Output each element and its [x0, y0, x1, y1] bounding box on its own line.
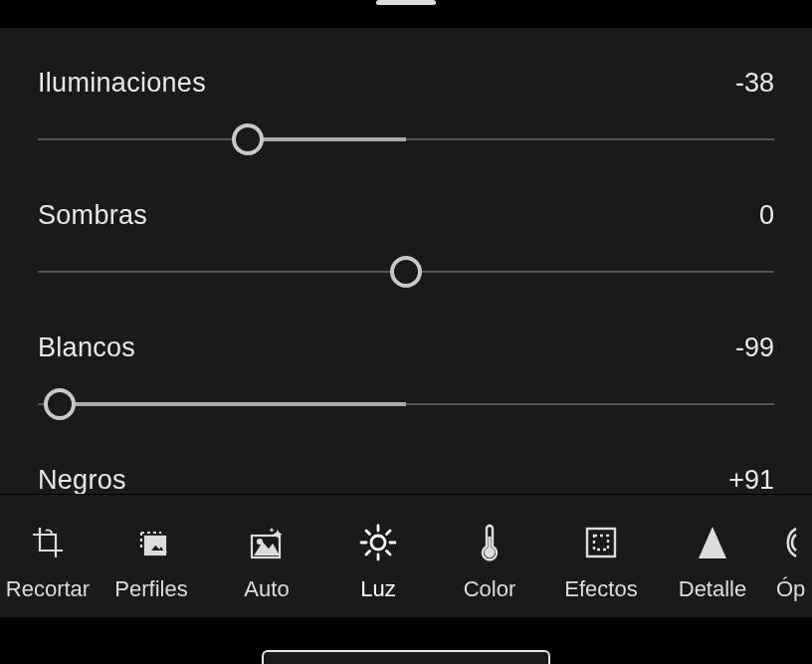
svg-rect-18	[594, 536, 608, 550]
highlights-label: Iluminaciones	[38, 68, 206, 99]
svg-marker-4	[256, 544, 278, 554]
shadows-slider[interactable]	[38, 255, 774, 289]
blacks-value: +91	[728, 465, 774, 496]
shadows-value: 0	[759, 200, 774, 231]
svg-point-6	[371, 536, 385, 550]
bottom-strip	[0, 617, 812, 664]
whites-value: -99	[735, 332, 774, 363]
shadows-thumb[interactable]	[390, 256, 422, 288]
auto-icon	[248, 526, 286, 559]
svg-line-12	[387, 551, 391, 554]
svg-line-14	[387, 531, 391, 535]
profiles-label: Perfiles	[114, 576, 187, 602]
profiles-tool[interactable]: Perfiles	[96, 507, 207, 617]
effects-label: Efectos	[564, 576, 637, 602]
svg-line-13	[366, 551, 370, 554]
effects-icon	[583, 525, 619, 560]
highlights-thumb[interactable]	[232, 123, 264, 155]
whites-label: Blancos	[38, 332, 135, 363]
optics-icon	[776, 525, 798, 560]
detail-tool[interactable]: Detalle	[657, 507, 768, 617]
drag-handle[interactable]	[376, 0, 436, 5]
svg-marker-19	[699, 527, 726, 558]
optics-tool[interactable]: Óp	[768, 507, 812, 617]
svg-line-11	[366, 531, 370, 535]
shadows-slider-group: Sombras 0	[38, 200, 774, 289]
crop-tool[interactable]: Recortar	[0, 507, 96, 617]
blacks-label: Negros	[38, 465, 126, 496]
thermometer-icon	[478, 523, 502, 562]
edit-toolbar: Recortar Perfiles	[0, 494, 812, 617]
optics-label: Óp	[776, 576, 805, 602]
crop-label: Recortar	[6, 576, 90, 602]
shadows-label: Sombras	[38, 200, 147, 231]
svg-rect-17	[587, 529, 615, 556]
light-tool[interactable]: Luz	[322, 507, 434, 617]
svg-point-15	[486, 549, 494, 556]
whites-slider[interactable]	[38, 387, 774, 421]
effects-tool[interactable]: Efectos	[545, 507, 657, 617]
detail-icon	[697, 525, 728, 560]
color-tool[interactable]: Color	[434, 507, 545, 617]
auto-label: Auto	[244, 576, 289, 602]
bottom-thumbnail-handle[interactable]	[262, 650, 550, 664]
highlights-slider[interactable]	[38, 122, 774, 156]
color-label: Color	[464, 576, 516, 602]
light-icon	[358, 523, 398, 562]
light-panel: Iluminaciones -38 Sombras 0 Blancos	[0, 28, 812, 664]
light-label: Luz	[360, 576, 395, 602]
whites-thumb[interactable]	[44, 388, 76, 420]
detail-label: Detalle	[679, 576, 746, 602]
highlights-slider-group: Iluminaciones -38	[38, 68, 774, 156]
highlights-value: -38	[735, 68, 774, 99]
crop-icon	[30, 525, 66, 560]
auto-tool[interactable]: Auto	[211, 507, 322, 617]
svg-point-5	[258, 540, 262, 544]
whites-slider-group: Blancos -99	[38, 332, 774, 421]
profiles-icon	[133, 525, 169, 560]
